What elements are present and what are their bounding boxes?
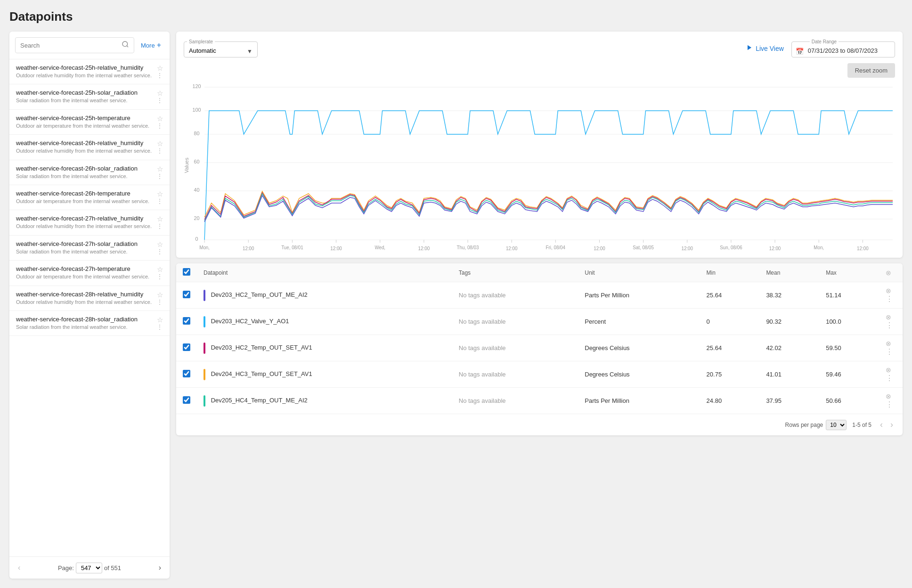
row-checkbox[interactable]: [183, 396, 190, 404]
svg-text:100: 100: [192, 107, 201, 113]
nav-arrow-prev[interactable]: ‹: [16, 562, 22, 574]
sidebar-footer: ‹ Page: 547 of 551 ›: [9, 556, 170, 579]
row-checkbox[interactable]: [183, 370, 190, 377]
search-input[interactable]: [20, 42, 122, 49]
close-all-icon[interactable]: ⊗: [886, 269, 891, 277]
more-options-icon[interactable]: ⋮: [156, 275, 163, 278]
select-all-checkbox[interactable]: [183, 268, 190, 276]
live-view-button[interactable]: Live View: [746, 44, 784, 52]
row-more-icon[interactable]: ⋮: [886, 295, 893, 303]
col-header-unit: Unit: [578, 263, 700, 282]
sidebar-item-desc: Outdoor relative humidity from the inter…: [16, 147, 154, 155]
svg-text:12:00: 12:00: [243, 246, 254, 250]
sidebar-item-name: weather-service-forecast-26h-relative_hu…: [16, 139, 154, 147]
more-options-icon[interactable]: ⋮: [156, 174, 163, 178]
svg-text:Fri, 08/04: Fri, 08/04: [546, 245, 566, 250]
page-title: Datapoints: [9, 9, 903, 24]
row-checkbox[interactable]: [183, 317, 190, 325]
row-mean: 41.01: [759, 361, 819, 388]
sidebar-item-desc: Outdoor air temperature from the interna…: [16, 273, 154, 280]
row-more-icon[interactable]: ⋮: [886, 348, 893, 356]
more-options-icon[interactable]: ⋮: [156, 149, 163, 153]
table-row: Dev203_HC2_Valve_Y_AO1 No tags available…: [176, 309, 903, 335]
date-range-fieldset[interactable]: Date Range 📅 07/31/2023 to 08/07/2023: [791, 39, 895, 57]
table-prev-button[interactable]: ‹: [877, 419, 886, 431]
more-button[interactable]: More +: [138, 39, 164, 51]
col-header-actions: ⊗: [879, 263, 903, 282]
table-nav: ‹ ›: [877, 419, 896, 431]
svg-text:80: 80: [194, 131, 199, 136]
more-options-icon[interactable]: ⋮: [156, 250, 163, 253]
table-row: Dev203_HC2_Temp_OUT_SET_AV1 No tags avai…: [176, 335, 903, 361]
sidebar-item[interactable]: weather-service-forecast-25h-temperature…: [9, 110, 170, 135]
svg-text:12:00: 12:00: [506, 246, 518, 250]
row-close-icon[interactable]: ⊗: [886, 392, 891, 400]
row-close-icon[interactable]: ⊗: [886, 287, 891, 294]
row-min: 0: [700, 309, 760, 335]
row-more-icon[interactable]: ⋮: [886, 400, 893, 408]
row-min: 25.64: [700, 335, 760, 361]
sidebar-item-name: weather-service-forecast-25h-temperature: [16, 114, 154, 122]
svg-text:Thu, 08/03: Thu, 08/03: [457, 245, 479, 250]
date-range-label: Date Range: [810, 39, 839, 44]
sidebar-item[interactable]: weather-service-forecast-26h-solar_radia…: [9, 160, 170, 185]
page-select[interactable]: 547: [76, 563, 102, 573]
sidebar-item-name: weather-service-forecast-26h-solar_radia…: [16, 165, 154, 172]
color-bar: [204, 369, 205, 380]
svg-text:12:00: 12:00: [682, 246, 693, 250]
sidebar-item[interactable]: weather-service-forecast-25h-solar_radia…: [9, 84, 170, 109]
row-unit: Degrees Celsius: [578, 361, 700, 388]
star-icon[interactable]: ☆: [157, 291, 163, 299]
rows-per-page-select[interactable]: 10 25 50: [826, 420, 847, 430]
col-header-mean: Mean: [759, 263, 819, 282]
row-checkbox[interactable]: [183, 343, 190, 351]
star-icon[interactable]: ☆: [157, 165, 163, 173]
svg-text:Wed,: Wed,: [375, 245, 385, 250]
sidebar-item-name: weather-service-forecast-28h-relative_hu…: [16, 291, 154, 298]
reset-zoom-button[interactable]: Reset zoom: [847, 63, 895, 78]
datapoint-name: Dev204_HC3_Temp_OUT_SET_AV1: [211, 370, 312, 377]
search-box[interactable]: [15, 37, 134, 53]
svg-text:20: 20: [194, 215, 199, 221]
page-total: of 551: [104, 564, 121, 572]
nav-arrow-next[interactable]: ›: [157, 562, 163, 574]
more-options-icon[interactable]: ⋮: [156, 300, 163, 304]
sidebar-item-desc: Outdoor air temperature from the interna…: [16, 198, 154, 205]
chart-toolbar: Samplerate Automatic ▼: [184, 39, 895, 57]
more-options-icon[interactable]: ⋮: [156, 124, 163, 128]
row-max: 51.14: [819, 282, 879, 309]
sidebar-item[interactable]: weather-service-forecast-25h-relative_hu…: [9, 59, 170, 84]
sidebar-item[interactable]: weather-service-forecast-26h-temperature…: [9, 185, 170, 210]
more-options-icon[interactable]: ⋮: [156, 98, 163, 102]
svg-text:Mon,: Mon,: [199, 245, 210, 250]
row-datapoint: Dev204_HC3_Temp_OUT_SET_AV1: [197, 361, 452, 388]
svg-text:12:00: 12:00: [418, 246, 430, 250]
color-bar: [204, 395, 205, 407]
row-close-icon[interactable]: ⊗: [886, 313, 891, 321]
svg-text:120: 120: [192, 83, 201, 89]
row-more-icon[interactable]: ⋮: [886, 321, 893, 329]
more-options-icon[interactable]: ⋮: [156, 325, 163, 329]
row-close-icon[interactable]: ⊗: [886, 340, 891, 347]
table-row: Dev205_HC4_Temp_OUT_ME_AI2 No tags avail…: [176, 388, 903, 414]
more-options-icon[interactable]: ⋮: [156, 224, 163, 228]
row-more-icon[interactable]: ⋮: [886, 374, 893, 382]
svg-text:12:00: 12:00: [857, 246, 869, 250]
sidebar-item[interactable]: weather-service-forecast-26h-relative_hu…: [9, 135, 170, 160]
sidebar-item[interactable]: weather-service-forecast-28h-solar_radia…: [9, 311, 170, 336]
sidebar-item-desc: Solar radiation from the internal weathe…: [16, 173, 154, 180]
more-options-icon[interactable]: ⋮: [156, 199, 163, 203]
sidebar-item[interactable]: weather-service-forecast-27h-temperature…: [9, 261, 170, 286]
more-options-icon[interactable]: ⋮: [156, 74, 163, 77]
table-next-button[interactable]: ›: [888, 419, 896, 431]
row-checkbox[interactable]: [183, 291, 190, 298]
sidebar-item-desc: Solar radiation from the internal weathe…: [16, 97, 154, 104]
sidebar-item-name: weather-service-forecast-27h-relative_hu…: [16, 215, 154, 222]
svg-marker-2: [748, 45, 751, 50]
row-close-icon[interactable]: ⊗: [886, 366, 891, 374]
sidebar-item[interactable]: weather-service-forecast-28h-relative_hu…: [9, 286, 170, 311]
samplerate-select[interactable]: Automatic: [184, 45, 257, 57]
sidebar-item[interactable]: weather-service-forecast-27h-solar_radia…: [9, 236, 170, 261]
table-row: Dev203_HC2_Temp_OUT_ME_AI2 No tags avail…: [176, 282, 903, 309]
sidebar-item[interactable]: weather-service-forecast-27h-relative_hu…: [9, 210, 170, 235]
